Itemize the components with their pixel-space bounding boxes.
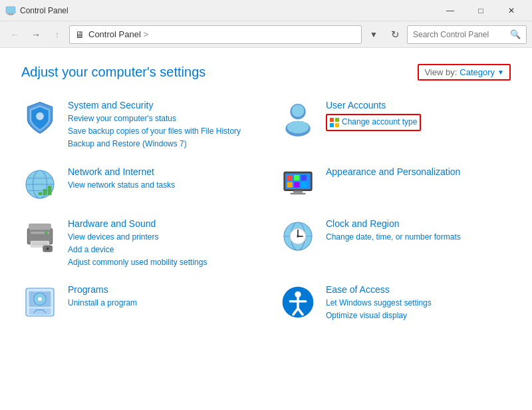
system-security-icon	[21, 99, 59, 136]
titlebar-icon	[5, 5, 16, 16]
user-accounts-text: User Accounts Change account type	[326, 99, 421, 131]
category-appearance: Appearance and Personalization	[279, 166, 511, 203]
svg-point-47	[38, 297, 43, 302]
category-network-internet: Network and Internet View network status…	[21, 166, 253, 203]
titlebar-controls: — □ ✕	[435, 0, 527, 21]
programs-title[interactable]: Programs	[68, 284, 108, 295]
svg-point-3	[36, 112, 44, 120]
up-button[interactable]: ↑	[48, 25, 66, 44]
backup-restore-link[interactable]: Backup and Restore (Windows 7)	[68, 138, 241, 150]
accessibility-svg-icon	[279, 284, 317, 321]
svg-rect-30	[32, 242, 47, 243]
search-box[interactable]: 🔍	[407, 25, 527, 44]
mobility-settings-link[interactable]: Adjust commonly used mobility settings	[68, 256, 207, 269]
svg-point-6	[292, 104, 305, 117]
programs-icon	[21, 284, 59, 321]
appearance-title[interactable]: Appearance and Personalization	[326, 166, 460, 177]
change-datetime-link[interactable]: Change date, time, or number formats	[326, 231, 461, 244]
category-ease-of-access: Ease of Access Let Windows suggest setti…	[279, 284, 511, 322]
programs-text: Programs Uninstall a program	[68, 284, 137, 309]
uninstall-program-link[interactable]: Uninstall a program	[68, 297, 137, 309]
view-by-value: Category	[460, 67, 495, 77]
clock-svg-icon	[279, 218, 317, 255]
svg-rect-31	[32, 244, 47, 244]
svg-rect-18	[287, 175, 293, 180]
svg-point-42	[297, 235, 299, 238]
system-security-title[interactable]: System and Security	[68, 100, 153, 110]
view-devices-link[interactable]: View devices and printers	[68, 231, 207, 244]
svg-rect-15	[39, 192, 43, 195]
svg-rect-28	[29, 224, 51, 230]
titlebar: Control Panel — □ ✕	[0, 0, 532, 21]
hardware-text: Hardware and Sound View devices and prin…	[68, 218, 207, 270]
category-user-accounts: User Accounts Change account type	[279, 99, 511, 151]
clock-region-text: Clock and Region Change date, time, or n…	[326, 218, 461, 244]
appearance-icon	[279, 166, 317, 203]
review-status-link[interactable]: Review your computer's status	[68, 112, 241, 125]
appearance-text: Appearance and Personalization	[326, 166, 460, 179]
address-segment: Control Panel	[88, 29, 141, 39]
change-account-type-link[interactable]: Change account type	[326, 114, 421, 130]
svg-rect-14	[48, 186, 52, 195]
hardware-title[interactable]: Hardware and Sound	[68, 218, 156, 229]
appearance-svg-icon	[279, 166, 317, 203]
ease-of-access-title[interactable]: Ease of Access	[326, 284, 390, 295]
clock-region-icon	[279, 218, 317, 255]
programs-svg-icon	[21, 284, 59, 321]
titlebar-title: Control Panel	[20, 6, 435, 15]
search-icon: 🔍	[510, 29, 521, 39]
view-network-status-link[interactable]: View network status and tasks	[68, 179, 175, 192]
hardware-sound-icon	[21, 218, 59, 255]
view-by-label: View by:	[424, 67, 457, 77]
svg-rect-2	[9, 15, 13, 15]
view-by-control[interactable]: View by: Category ▼	[418, 64, 511, 81]
addressbar: ← → ↑ 🖥 Control Panel > ▼ ↻ 🔍	[0, 21, 532, 48]
categories-grid: System and Security Review your computer…	[21, 99, 511, 337]
close-button[interactable]: ✕	[496, 0, 527, 21]
network-text: Network and Internet View network status…	[68, 166, 175, 192]
svg-rect-22	[294, 182, 299, 187]
svg-rect-21	[287, 182, 293, 187]
windows-logo-icon	[330, 118, 339, 127]
user-accounts-icon	[279, 99, 317, 136]
search-input[interactable]	[413, 30, 506, 39]
folder-icon: 🖥	[75, 29, 84, 40]
category-system-security: System and Security Review your computer…	[21, 99, 253, 151]
category-clock-region: Clock and Region Change date, time, or n…	[279, 218, 511, 270]
network-title[interactable]: Network and Internet	[68, 166, 154, 177]
page-header: Adjust your computer's settings View by:…	[21, 64, 511, 81]
minimize-button[interactable]: —	[435, 0, 466, 21]
optimize-visual-link[interactable]: Optimize visual display	[326, 309, 432, 322]
address-separator: >	[144, 29, 149, 39]
svg-rect-45	[29, 308, 51, 314]
svg-rect-13	[43, 189, 47, 195]
refresh-button[interactable]: ↻	[386, 25, 404, 44]
main-content: Adjust your computer's settings View by:…	[0, 48, 532, 410]
system-security-text: System and Security Review your computer…	[68, 99, 241, 151]
user-accounts-title[interactable]: User Accounts	[326, 100, 386, 110]
backup-files-link[interactable]: Save backup copies of your files with Fi…	[68, 125, 241, 138]
user-svg-icon	[279, 99, 317, 136]
address-dropdown-button[interactable]: ▼	[364, 25, 383, 44]
view-by-chevron-icon: ▼	[497, 69, 504, 76]
svg-rect-0	[6, 7, 15, 13]
svg-rect-25	[290, 192, 305, 194]
svg-rect-1	[7, 13, 14, 15]
svg-point-7	[287, 121, 309, 134]
svg-rect-24	[293, 190, 303, 193]
windows-suggest-link[interactable]: Let Windows suggest settings	[326, 297, 432, 309]
hardware-svg-icon	[21, 218, 59, 255]
address-box[interactable]: 🖥 Control Panel >	[69, 25, 362, 44]
svg-rect-20	[301, 175, 307, 180]
back-button[interactable]: ←	[5, 25, 24, 44]
clock-region-title[interactable]: Clock and Region	[326, 218, 400, 229]
svg-point-32	[45, 232, 48, 235]
category-programs: Programs Uninstall a program	[21, 284, 253, 322]
globe-svg-icon	[21, 166, 59, 203]
shield-svg-icon	[21, 99, 59, 136]
svg-rect-19	[294, 175, 299, 180]
svg-rect-23	[301, 182, 307, 187]
maximize-button[interactable]: □	[466, 0, 496, 21]
add-device-link[interactable]: Add a device	[68, 244, 207, 256]
forward-button[interactable]: →	[27, 25, 45, 44]
